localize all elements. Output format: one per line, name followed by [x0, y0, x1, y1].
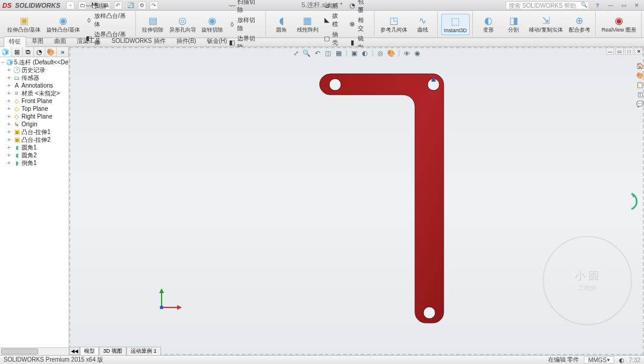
- tree-node[interactable]: +◇Right Plane: [1, 113, 67, 120]
- tree-node[interactable]: +◇Front Plane: [1, 97, 67, 105]
- tab-nav-prev[interactable]: ◀◀: [69, 347, 80, 355]
- scene-icon[interactable]: ◎: [376, 49, 385, 58]
- tree-node[interactable]: +▣凸台-拉伸1: [1, 128, 67, 136]
- home-icon[interactable]: 🏠: [636, 61, 644, 70]
- realview[interactable]: ◉RealView 图形: [599, 13, 639, 35]
- close-button[interactable]: ✕: [632, 1, 642, 10]
- ribbon-tab[interactable]: 渲染工具: [72, 36, 106, 46]
- tree-node[interactable]: +🗂传感器: [1, 74, 67, 82]
- zoom-area-icon[interactable]: 🔍: [302, 49, 311, 58]
- new-icon[interactable]: ▫: [66, 1, 75, 10]
- ribbon-tab[interactable]: 钣金(H): [202, 36, 233, 46]
- tree-node[interactable]: +◗倒角1: [1, 159, 67, 167]
- shell[interactable]: ▢抽壳: [321, 30, 346, 48]
- config-manager-tab[interactable]: ⧉: [23, 47, 34, 57]
- ref-geom[interactable]: ◳参考几何体: [378, 13, 410, 35]
- tree-h-scrollbar[interactable]: [0, 347, 69, 355]
- doc-close-button[interactable]: ✕: [634, 48, 643, 55]
- loft-boss[interactable]: ◊放样凸台/基体: [83, 11, 133, 29]
- statusbar-text: SOLIDWORKS Premium 2015 x64 版: [4, 356, 103, 364]
- display-manager-tab[interactable]: 🎨: [45, 47, 57, 57]
- options-icon[interactable]: ⚙: [138, 1, 146, 10]
- draft[interactable]: ◣拔模: [321, 11, 346, 29]
- wrap[interactable]: ◔包覆: [347, 0, 371, 15]
- help-search-input[interactable]: 搜索 SOLIDWORKS 帮助: [506, 1, 589, 10]
- model-tabs: ◀◀ 模型3D 视图运动算例 1: [69, 347, 161, 355]
- appearance-icon[interactable]: 🎨: [387, 49, 396, 58]
- ribbon-tab[interactable]: SOLIDWORKS 插件: [106, 36, 171, 46]
- tree-node[interactable]: +▣凸台-拉伸2: [1, 136, 67, 144]
- help-icon[interactable]: ?: [593, 1, 602, 10]
- ribbon-tab[interactable]: 特征: [4, 36, 26, 47]
- split[interactable]: ◨分割: [501, 13, 525, 35]
- svg-point-2: [423, 307, 435, 319]
- doc-restore-button[interactable]: ▭: [615, 48, 624, 55]
- property-manager-tab[interactable]: ⊞: [11, 47, 23, 57]
- status-units[interactable]: MMGS ▾: [584, 356, 614, 363]
- cut-revolve[interactable]: ◉旋转切除: [200, 13, 226, 35]
- intersect[interactable]: ⊗相交: [347, 15, 371, 33]
- view-triad: [156, 284, 185, 313]
- tree-node[interactable]: +◖圆角1: [1, 144, 67, 151]
- display-style-icon[interactable]: ▣: [350, 49, 359, 58]
- hide-show-icon[interactable]: ◉: [413, 49, 422, 58]
- instant3d[interactable]: ⬚Instant3D: [441, 14, 470, 35]
- redo-icon[interactable]: ↷: [150, 1, 158, 10]
- cut-extrude[interactable]: ▤拉伸切除: [140, 13, 166, 35]
- status-icon[interactable]: ◐: [619, 357, 624, 363]
- swept-boss[interactable]: 〰扫描: [83, 1, 133, 11]
- feature-tree-tab[interactable]: 🧊: [0, 47, 11, 57]
- model-tab[interactable]: 模型: [80, 347, 99, 355]
- fillet[interactable]: ◖圆角: [270, 13, 293, 35]
- tree-node[interactable]: +◇Top Plane: [1, 105, 67, 113]
- status-time: 7:32: [629, 357, 640, 363]
- tree-node[interactable]: +AAnnotations: [1, 82, 67, 89]
- custom-props-icon[interactable]: 📋: [636, 80, 644, 89]
- curves[interactable]: ∿曲线: [411, 13, 435, 35]
- orient-icon[interactable]: ▦: [335, 49, 343, 58]
- svg-marker-8: [631, 194, 635, 198]
- swept-cut[interactable]: 〰扫描切除: [227, 0, 263, 15]
- ribbon-tab[interactable]: 插件(B): [171, 36, 202, 46]
- tree-node[interactable]: +◖圆角2: [1, 151, 67, 159]
- feature-tree[interactable]: −🧊5.连杆 (Default<<Default>_显 +🕑历史记录+🗂传感器+…: [0, 57, 69, 347]
- linear-pattern[interactable]: ▦线性阵列: [295, 13, 321, 35]
- solidworks-logo-icon: DS: [2, 2, 11, 9]
- model-tab[interactable]: 运动算例 1: [126, 347, 161, 355]
- hidden-icon[interactable]: ◐: [361, 49, 370, 58]
- doc-maximize-button[interactable]: □: [625, 48, 633, 55]
- minimize-button[interactable]: —: [606, 1, 615, 10]
- doc-minimize-button[interactable]: —: [606, 48, 614, 55]
- app-brand: SOLIDWORKS: [15, 2, 60, 9]
- appearances-icon[interactable]: 🎨: [636, 71, 644, 79]
- tree-root[interactable]: 5.连杆 (Default<<Default>_显: [14, 58, 69, 67]
- boss-revolve[interactable]: ◉旋转凸台/基体: [44, 13, 82, 35]
- dimx-manager-tab[interactable]: ◔: [34, 47, 45, 57]
- graphics-viewport[interactable]: ⤢🔍↶◫▦▣◐◎🎨👁◉ — ▭ □ ✕ 🏠🎨📋◫💬: [69, 47, 644, 355]
- tree-node[interactable]: +↳Origin: [1, 120, 67, 128]
- watermark: 小 圆 工程师: [543, 236, 632, 325]
- panel-expand-icon[interactable]: »: [57, 47, 69, 57]
- document-title: 5.连杆.sldprt *: [302, 1, 342, 10]
- deform[interactable]: ◐变形: [476, 13, 500, 35]
- rotate-arc-icon[interactable]: [630, 192, 643, 210]
- prev-view-icon[interactable]: ↶: [313, 49, 322, 58]
- zoom-fit-icon[interactable]: ⤢: [292, 49, 301, 58]
- ribbon-tab[interactable]: 曲面: [49, 36, 72, 46]
- model-tab[interactable]: 3D 视图: [99, 347, 126, 355]
- tree-node[interactable]: +≡材质 <未指定>: [1, 89, 67, 97]
- svg-point-0: [329, 79, 341, 91]
- boss-extrude[interactable]: ▣拉伸凸台/基体: [5, 13, 43, 35]
- maximize-button[interactable]: ▭: [619, 1, 628, 10]
- combine[interactable]: ⊕配合参考: [566, 13, 593, 35]
- section-icon[interactable]: ◫: [324, 49, 333, 58]
- loft-cut[interactable]: ◊放样切除: [227, 15, 263, 33]
- ribbon-tab[interactable]: 草图: [26, 36, 49, 46]
- move-copy[interactable]: ⇲移动/复制实体: [527, 13, 565, 35]
- forum-icon[interactable]: 💬: [636, 99, 644, 108]
- wizard-hole[interactable]: ◎异形孔向导: [167, 13, 199, 35]
- views-icon[interactable]: ◫: [636, 90, 644, 98]
- tree-node[interactable]: +🕑历史记录: [1, 66, 67, 74]
- status-mode: 在编辑 零件: [548, 356, 580, 364]
- view-settings-icon[interactable]: 👁: [402, 49, 411, 58]
